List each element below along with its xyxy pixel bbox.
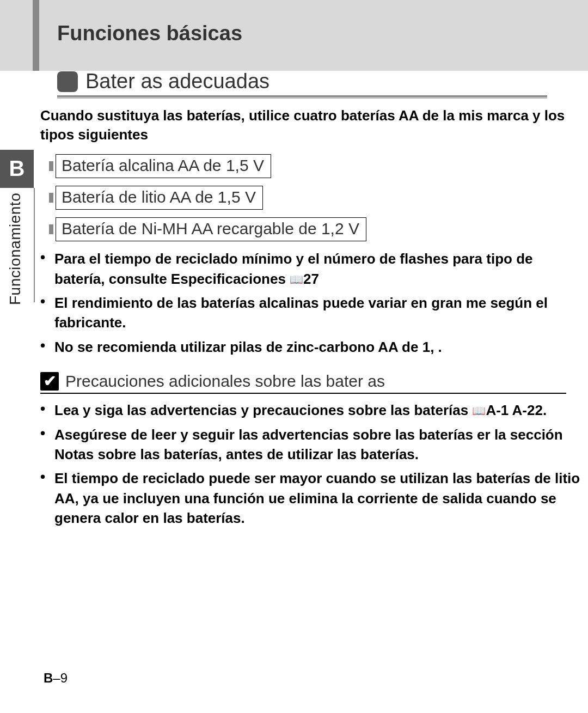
book-icon: 📖 bbox=[472, 403, 486, 418]
page-number: B–9 bbox=[44, 671, 68, 686]
precaution-ref: A-1 A-22. bbox=[486, 402, 547, 418]
battery-type-row: Batería de litio AA de 1,5 V bbox=[49, 186, 588, 210]
content-area: Funciones básicas Bater as adecuadas Cua… bbox=[38, 0, 588, 532]
list-item: El rendimiento de las baterías alcalinas… bbox=[40, 293, 583, 333]
list-item: Asegúrese de leer y seguir las advertenc… bbox=[40, 425, 583, 465]
precautions-list: Lea y siga las advertencias y precaucion… bbox=[40, 400, 583, 528]
side-divider bbox=[34, 188, 35, 302]
battery-type-box: Batería de litio AA de 1,5 V bbox=[56, 186, 263, 210]
list-item: No se recomienda utilizar pilas de zinc-… bbox=[40, 337, 583, 357]
precaution-text: Lea y siga las advertencias y precaucion… bbox=[54, 402, 472, 418]
intro-paragraph: Cuando sustituya las baterías, utilice c… bbox=[40, 106, 583, 144]
book-icon: 📖 bbox=[290, 272, 303, 287]
row-marker-icon bbox=[49, 193, 53, 203]
battery-type-row: Batería alcalina AA de 1,5 V bbox=[49, 154, 588, 178]
side-section-label: Funcionamiento bbox=[7, 193, 24, 305]
row-marker-icon bbox=[49, 161, 53, 171]
manual-page: B Funcionamiento Funciones básicas Bater… bbox=[0, 0, 588, 713]
subsection-heading: Bater as adecuadas bbox=[57, 70, 588, 93]
section-title: Funciones básicas bbox=[57, 22, 588, 45]
section-tab: B bbox=[0, 150, 34, 188]
battery-type-row: Batería de Ni-MH AA recargable de 1,2 V bbox=[49, 217, 588, 241]
precautions-title: Precauciones adicionales sobre las bater… bbox=[65, 372, 385, 391]
notes-list: Para el tiempo de reciclado mínimo y el … bbox=[40, 249, 583, 357]
heading-rule bbox=[57, 95, 547, 99]
note-ref: 27 bbox=[303, 271, 319, 287]
check-icon: ✔ bbox=[40, 372, 59, 391]
list-item: El tiempo de reciclado puede ser mayor c… bbox=[40, 468, 583, 528]
heading-bullet-icon bbox=[57, 71, 78, 92]
row-marker-icon bbox=[49, 224, 53, 234]
precautions-heading: ✔ Precauciones adicionales sobre las bat… bbox=[40, 372, 588, 391]
page-prefix: B bbox=[44, 671, 53, 685]
battery-type-box: Batería de Ni-MH AA recargable de 1,2 V bbox=[56, 217, 366, 241]
list-item: Lea y siga las advertencias y precaucion… bbox=[40, 400, 583, 420]
battery-type-box: Batería alcalina AA de 1,5 V bbox=[56, 154, 271, 178]
subsection-title: Bater as adecuadas bbox=[85, 70, 270, 93]
list-item: Para el tiempo de reciclado mínimo y el … bbox=[40, 249, 583, 289]
precautions-rule bbox=[40, 393, 566, 394]
page-value: –9 bbox=[53, 671, 68, 685]
